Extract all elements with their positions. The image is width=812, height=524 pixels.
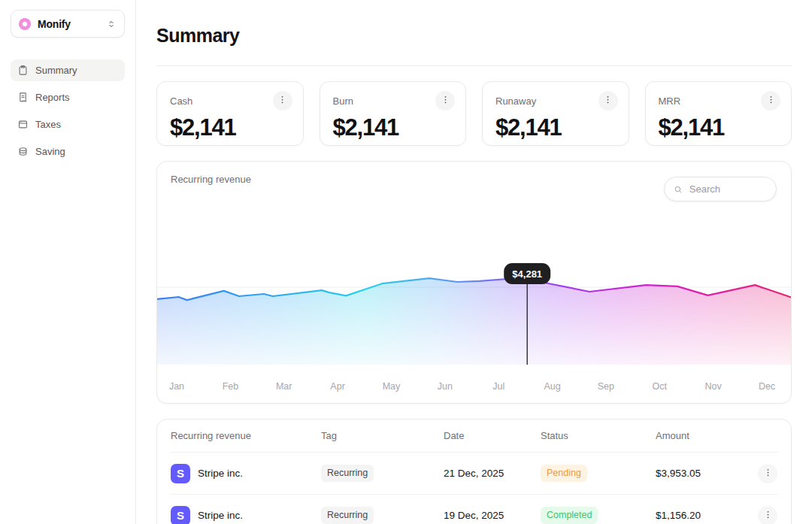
transactions-card: Recurring revenue Tag Date Status Amount… — [156, 419, 792, 524]
svg-text:Jun: Jun — [438, 381, 453, 392]
row-menu-button[interactable] — [758, 506, 777, 524]
transaction-date: 21 Dec, 2025 — [444, 468, 541, 479]
workspace-name: Monify — [38, 18, 100, 30]
stat-value: $2,141 — [495, 114, 618, 141]
stat-label: MRR — [659, 95, 681, 107]
sidebar-nav: Summary Reports Taxes Saving — [11, 59, 125, 162]
stat-card-cash: Cash $2,141 — [156, 81, 304, 146]
stripe-logo: S — [171, 464, 190, 483]
column-tag: Tag — [321, 430, 444, 441]
status-badge: Completed — [541, 507, 598, 524]
clipboard-icon — [17, 65, 29, 76]
stat-value: $2,141 — [333, 114, 456, 141]
stat-label: Cash — [170, 95, 192, 107]
search-icon — [674, 184, 683, 195]
search-input[interactable] — [688, 183, 767, 195]
title-divider — [156, 65, 792, 66]
svg-text:Aug: Aug — [544, 381, 560, 392]
kebab-icon — [277, 94, 288, 108]
svg-text:Dec: Dec — [759, 381, 775, 392]
card-menu-button[interactable] — [598, 91, 618, 111]
search-box[interactable] — [664, 177, 777, 201]
svg-text:Mar: Mar — [276, 381, 292, 392]
sidebar-item-saving[interactable]: Saving — [11, 141, 125, 162]
chevron-up-down-icon — [106, 19, 117, 29]
kebab-icon — [765, 94, 777, 108]
kebab-icon — [602, 94, 614, 108]
svg-text:Feb: Feb — [223, 381, 239, 392]
stripe-logo: S — [171, 506, 190, 524]
stat-card-mrr: MRR $2,141 — [645, 81, 792, 146]
stat-label: Burn — [333, 95, 353, 107]
card-icon — [17, 119, 29, 130]
sidebar-item-summary[interactable]: Summary — [11, 59, 125, 81]
merchant-name: Stripe inc. — [198, 468, 243, 479]
coins-icon — [17, 146, 29, 157]
card-menu-button[interactable] — [761, 91, 780, 111]
stat-value: $2,141 — [170, 114, 292, 141]
stat-label: Runaway — [495, 95, 536, 107]
sidebar-item-reports[interactable]: Reports — [11, 86, 125, 108]
tag-badge: Recurring — [321, 465, 374, 482]
table-row: S Stripe inc. Recurring 21 Dec, 2025 Pen… — [171, 453, 777, 495]
workspace-switcher[interactable]: Monify — [11, 10, 125, 38]
stat-card-runaway: Runaway $2,141 — [482, 81, 629, 146]
svg-text:Jul: Jul — [492, 381, 504, 392]
chart-title: Recurring revenue — [171, 174, 251, 185]
sidebar-item-taxes[interactable]: Taxes — [11, 114, 125, 135]
svg-text:Oct: Oct — [653, 381, 668, 392]
column-recurring-revenue: Recurring revenue — [171, 430, 321, 441]
chart-card: $4,281 JanFebMarAprMayJunJulAugSepOctNov… — [156, 161, 792, 404]
svg-text:Jan: Jan — [169, 381, 184, 392]
column-date: Date — [444, 430, 541, 441]
column-status: Status — [541, 430, 656, 441]
svg-text:Apr: Apr — [330, 381, 344, 392]
status-badge: Pending — [541, 465, 587, 482]
kebab-icon — [440, 94, 451, 108]
table-body: S Stripe inc. Recurring 21 Dec, 2025 Pen… — [171, 453, 777, 524]
monify-logo-icon — [18, 17, 32, 31]
transaction-amount: $1,156.20 — [656, 510, 758, 521]
main-content: Summary Cash $2,141 Burn $2,141 Runaway … — [136, 0, 812, 524]
receipt-icon — [17, 92, 29, 103]
svg-text:$4,281: $4,281 — [512, 268, 542, 280]
column-amount: Amount — [656, 430, 758, 441]
table-header: Recurring revenue Tag Date Status Amount — [171, 420, 777, 453]
stat-card-burn: Burn $2,141 — [320, 81, 467, 146]
card-menu-button[interactable] — [435, 91, 455, 111]
svg-text:Nov: Nov — [704, 381, 722, 392]
kebab-icon — [762, 467, 774, 480]
tag-badge: Recurring — [321, 507, 374, 524]
page-title: Summary — [156, 25, 792, 47]
row-menu-button[interactable] — [758, 464, 777, 483]
svg-text:Sep: Sep — [598, 381, 614, 392]
transaction-date: 19 Dec, 2025 — [444, 510, 541, 521]
merchant-name: Stripe inc. — [198, 510, 243, 521]
svg-text:May: May — [383, 381, 401, 392]
chart-tooltip: $4,281 — [504, 263, 550, 284]
card-menu-button[interactable] — [273, 91, 292, 111]
table-row: S Stripe inc. Recurring 19 Dec, 2025 Com… — [171, 495, 777, 524]
stat-value: $2,141 — [659, 114, 781, 141]
app-root: Monify Summary Reports Taxes Saving Summ… — [0, 0, 812, 524]
sidebar: Monify Summary Reports Taxes Saving — [0, 0, 136, 524]
transaction-amount: $3,953.05 — [656, 468, 758, 479]
kebab-icon — [762, 509, 774, 522]
stats-row: Cash $2,141 Burn $2,141 Runaway $2,141 M… — [156, 81, 792, 146]
